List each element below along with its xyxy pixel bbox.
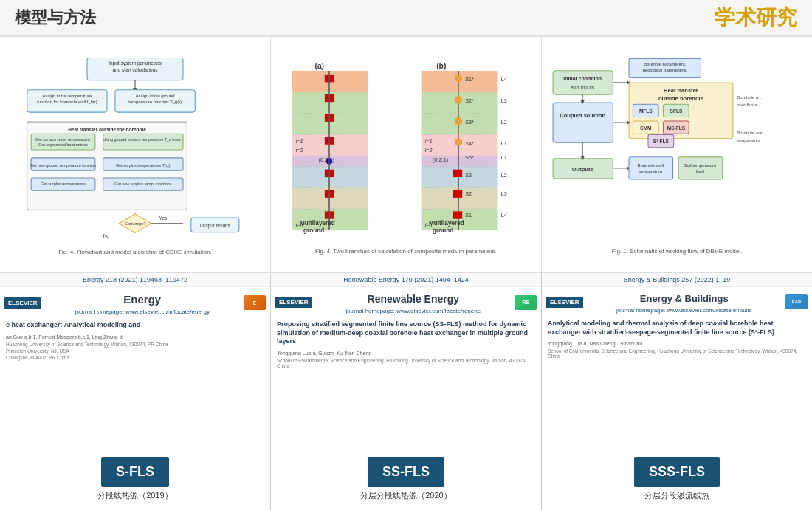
svg-text:Heat transfer: Heat transfer (664, 87, 698, 94)
papers-row: Energy 218 (2021) 119463–119472 ELSEVIER… (0, 273, 812, 510)
multilayer-diagram: (a) (b) (277, 55, 535, 247)
paper-3-homepage: journal homepage: www.elsevier.com/locat… (588, 307, 781, 314)
svg-text:and start calculations: and start calculations (112, 67, 158, 72)
paper-3-authors: Yongqiang Luo a, Nan Cheng, Guozhi Xu (542, 340, 812, 348)
svg-text:Borehole parameters,: Borehole parameters, (644, 62, 686, 66)
svg-text:Get surplus temperatures: Get surplus temperatures (41, 182, 86, 186)
svg-text:Borehole wall: Borehole wall (637, 163, 664, 168)
svg-text:SFLS: SFLS (670, 108, 683, 114)
svg-text:L4: L4 (501, 76, 507, 83)
svg-text:No: No (103, 233, 110, 238)
paper-3-journal-ref: Energy & Buildings 257 (2022) 1–19 (542, 273, 812, 287)
svg-text:S4*: S4* (465, 140, 474, 147)
elsevier-logo-2: ELSEVIER (275, 297, 312, 308)
svg-text:MFLS: MFLS (639, 108, 653, 114)
paper-1: Energy 218 (2021) 119463–119472 ELSEVIER… (0, 273, 271, 510)
svg-text:S5*: S5* (465, 154, 474, 161)
paper-2-subtitle: 分层分段线热源（2020） (280, 490, 532, 501)
svg-text:Get segmented heat entries: Get segmented heat entries (38, 142, 88, 147)
svg-text:ground: ground (433, 227, 453, 234)
header-right-title: 学术研究 (715, 4, 797, 32)
schematic-diagram: Initial condition and inputs Borehole pa… (548, 55, 806, 247)
svg-text:i=1: i=1 (425, 138, 433, 145)
paper-2: Renewable Energy 170 (2021) 1404–1424 EL… (271, 273, 542, 510)
svg-rect-140 (629, 157, 673, 179)
paper-2-journal-name: Renewable Energy (317, 290, 510, 308)
diagram-3: Initial condition and inputs Borehole pa… (542, 37, 812, 272)
energy-icon-1: E (244, 295, 266, 310)
paper-1-title: e heat exchanger: Analytical modeling an… (0, 318, 270, 333)
svg-text:Output results: Output results (200, 223, 230, 229)
page-header: 模型与方法 学术研究 (0, 0, 812, 37)
svg-rect-143 (678, 157, 723, 179)
paper-1-subtitle: 分段线热源（2019） (9, 490, 261, 501)
svg-text:Borehole a...: Borehole a... (737, 95, 762, 100)
svg-text:Using ground surface temperatu: Using ground surface temperature T_s fro… (103, 137, 184, 142)
elsevier-logo-1: ELSEVIER (4, 297, 41, 309)
paper-3: Energy & Buildings 257 (2022) 1–19 ELSEV… (542, 273, 812, 510)
paper-2-affiliation1: School of Environmental Science and Engi… (271, 357, 541, 369)
paper-3-affiliation1: School of Environmental Science and Engi… (542, 348, 812, 359)
svg-text:MS-FLS: MS-FLS (667, 125, 686, 131)
svg-text:Multilayered: Multilayered (429, 220, 464, 227)
diagram-1: Input system parameters and start calcul… (0, 37, 271, 272)
svg-text:(a): (a) (314, 62, 324, 70)
svg-text:Outputs: Outputs (572, 166, 593, 173)
svg-text:Get surplus temperatures T(i,t: Get surplus temperatures T(i,t) (116, 163, 171, 168)
flowchart-diagram: Input system parameters and start calcul… (6, 54, 264, 246)
diagram-2-caption: Fig. 4. Two branches of calculation of c… (315, 248, 497, 255)
svg-text:Yes: Yes (159, 216, 168, 221)
svg-text:CMM: CMM (640, 125, 652, 131)
paper-3-badge: SSS-FLS (634, 457, 720, 487)
paper-2-homepage: journal homepage: www.elsevier.com/locat… (317, 308, 510, 314)
svg-point-66 (455, 75, 462, 82)
svg-text:S3*: S3* (465, 119, 474, 125)
paper-2-title: Proposing stratified segmented finite li… (271, 317, 541, 349)
svg-text:L1: L1 (501, 140, 507, 147)
paper-1-affiliation2: Princeton University, NJ, USA (0, 348, 270, 354)
paper-3-subtitle: 分层分段渗流线热 (551, 490, 803, 501)
svg-text:S2: S2 (465, 190, 472, 197)
paper-3-badge-area: SSS-FLS 分层分段渗流线热 (542, 448, 812, 510)
svg-text:field: field (696, 170, 704, 174)
svg-text:L1: L1 (501, 154, 507, 161)
paper-1-homepage: journal homepage: www.elsevier.com/locat… (46, 309, 239, 315)
svg-rect-71 (453, 190, 462, 198)
paper-1-badge: S-FLS (101, 457, 169, 487)
svg-text:and inputs: and inputs (571, 85, 595, 91)
svg-text:Coupled solution: Coupled solution (560, 112, 605, 119)
svg-text:Multilayered: Multilayered (300, 220, 335, 227)
paper-3-title: Analytical modeling and thermal analysis… (542, 317, 812, 340)
eb-icon: E&B (785, 294, 808, 309)
paper-2-authors: Yongqiang Luo a, Guozhi Xu, Nan Cheng (271, 349, 541, 357)
svg-text:geological parameters,: geological parameters, (643, 68, 687, 72)
svg-text:temperature: temperature (737, 139, 761, 143)
svg-text:L2: L2 (501, 172, 507, 179)
paper-2-badge: SS-FLS (368, 457, 444, 487)
svg-text:ground: ground (303, 227, 324, 234)
svg-text:outside borehole: outside borehole (658, 95, 703, 102)
svg-text:L4: L4 (501, 212, 507, 218)
header-left-title: 模型与方法 (15, 7, 96, 29)
svg-text:(0,Z,1): (0,Z,1) (319, 156, 334, 163)
paper-1-authors: an Guo a,b,1, Forrest Meggers b,c,1, Lin… (0, 333, 270, 341)
paper-1-badge-area: S-FLS 分段线热源（2019） (0, 448, 270, 510)
svg-text:Input system parameters: Input system parameters (109, 61, 162, 66)
svg-text:i=2: i=2 (296, 147, 303, 154)
paper-1-affiliation1: Huazhong University of Science and Techn… (0, 341, 270, 348)
svg-text:function for borehole wall f_b: function for borehole wall f_b(t) (37, 100, 97, 104)
diagrams-row: Input system parameters and start calcul… (0, 37, 812, 273)
svg-text:i=1: i=1 (296, 138, 303, 145)
svg-text:S1: S1 (465, 212, 472, 218)
paper-1-affiliation3: Changsha, el 4002, PR China (0, 354, 270, 361)
svg-text:Assign initial ground: Assign initial ground (136, 94, 175, 98)
paper-1-journal-name: Energy (46, 290, 239, 309)
svg-text:S1*: S1* (465, 76, 474, 83)
svg-text:Borehole wall: Borehole wall (737, 131, 763, 135)
svg-text:L3: L3 (501, 97, 507, 104)
diagram-1-caption: Fig. 4. Flowchart and model algorithm of… (58, 249, 212, 255)
svg-text:heat flux a...: heat flux a... (737, 103, 761, 107)
svg-text:temperature function T_g(t): temperature function T_g(t) (128, 100, 182, 104)
paper-3-journal-name: Energy & Buildings (588, 290, 781, 307)
svg-rect-72 (453, 211, 462, 218)
